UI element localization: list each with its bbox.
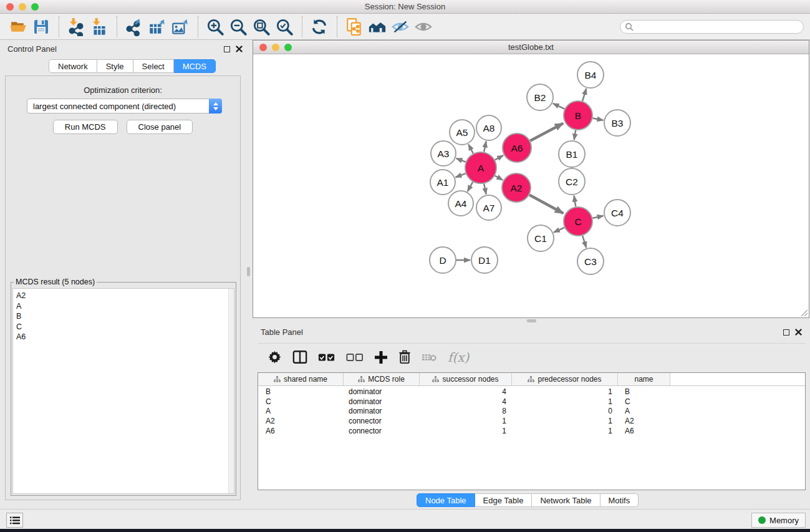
close-panel-icon[interactable] xyxy=(795,329,802,336)
tab-node-table[interactable]: Node Table xyxy=(417,493,475,507)
graph-edge-A6-B[interactable] xyxy=(530,123,563,141)
show-all-icon[interactable] xyxy=(414,17,433,36)
delete-table-icon[interactable] xyxy=(422,352,437,362)
tab-motifs[interactable]: Motifs xyxy=(600,493,639,507)
table-row[interactable]: Bdominator41B xyxy=(258,387,805,397)
table-row[interactable]: Adominator80A xyxy=(258,407,805,417)
search-icon xyxy=(625,22,634,31)
hide-selected-icon[interactable] xyxy=(391,17,410,36)
graph-edge-A-A4[interactable] xyxy=(468,182,473,191)
application-window: Session: New Session xyxy=(0,0,810,532)
tab-network[interactable]: Network xyxy=(49,59,97,73)
refresh-layout-icon[interactable] xyxy=(310,17,329,36)
export-network-icon[interactable] xyxy=(125,17,143,36)
optimization-criterion-label: Optimization criterion: xyxy=(6,85,240,95)
graph-edge-A-A8[interactable] xyxy=(484,142,486,152)
column-header-mcds-role[interactable]: MCDS role xyxy=(344,373,420,385)
task-history-button[interactable] xyxy=(6,513,23,528)
tab-select[interactable]: Select xyxy=(133,59,174,73)
table-body: Bdominator41B Cdominator41C Adominator80… xyxy=(258,386,805,436)
graph-edge-C-C3[interactable] xyxy=(582,236,586,248)
window-resize-grip[interactable] xyxy=(800,309,808,317)
tab-edge-table[interactable]: Edge Table xyxy=(475,493,533,507)
graph-edge-A-A5[interactable] xyxy=(468,144,473,153)
zoom-in-icon[interactable] xyxy=(206,17,224,36)
graph-edge-A2-C[interactable] xyxy=(529,195,563,213)
zoom-fit-icon[interactable] xyxy=(252,17,271,36)
table-row[interactable]: A2connector11A2 xyxy=(258,416,805,426)
export-image-icon[interactable] xyxy=(171,17,190,36)
app-title-bar: Session: New Session xyxy=(0,0,810,14)
tab-style[interactable]: Style xyxy=(97,59,133,73)
zoom-out-icon[interactable] xyxy=(229,17,248,36)
graph-node-label-A8: A8 xyxy=(483,123,495,133)
graph-node-label-D1: D1 xyxy=(478,255,491,266)
open-session-icon[interactable] xyxy=(9,17,27,36)
graph-edge-C-C1[interactable] xyxy=(554,228,564,233)
list-item[interactable]: A2 xyxy=(16,291,234,301)
graph-edge-B-B3[interactable] xyxy=(593,118,604,120)
attribute-icon xyxy=(274,376,281,382)
table-row[interactable]: A6connector11A6 xyxy=(258,426,805,436)
attribute-icon xyxy=(528,376,534,382)
tab-mcds[interactable]: MCDS xyxy=(174,59,216,73)
zoom-selected-icon[interactable] xyxy=(275,17,294,36)
function-builder-icon[interactable]: f(x) xyxy=(448,350,469,365)
column-header-name[interactable]: name xyxy=(618,373,670,385)
list-item[interactable]: C xyxy=(16,322,234,332)
run-mcds-button[interactable]: Run MCDS xyxy=(53,120,118,134)
graph-edge-B-B1[interactable] xyxy=(574,130,576,140)
close-panel-icon[interactable] xyxy=(236,46,243,52)
network-window-title-bar[interactable]: testGlobe.txt xyxy=(253,41,809,54)
float-panel-icon[interactable] xyxy=(224,46,230,52)
delete-column-icon[interactable] xyxy=(398,350,411,364)
memory-button[interactable]: Memory xyxy=(751,513,806,528)
new-network-from-selection-icon[interactable] xyxy=(345,17,364,36)
network-canvas[interactable]: B4B2BB3A5A8A6B1A3AA1C2A2A4A7CC4C1C3DD1 xyxy=(253,54,809,320)
graph-edge-A-A2[interactable] xyxy=(495,176,503,180)
graph-edge-C-C2[interactable] xyxy=(574,196,576,207)
graph-node-label-B3: B3 xyxy=(612,118,624,128)
table-row[interactable]: Cdominator41C xyxy=(258,397,805,407)
float-panel-icon[interactable] xyxy=(783,329,789,336)
graph-edge-B-B2[interactable] xyxy=(553,104,565,109)
deselect-all-icon[interactable] xyxy=(346,352,364,362)
graph-node-label-A6: A6 xyxy=(511,143,523,153)
graph-node-label-B: B xyxy=(575,110,581,121)
column-header-successor-nodes[interactable]: successor nodes xyxy=(420,373,512,385)
tab-network-table[interactable]: Network Table xyxy=(532,493,600,507)
column-header-predecessor-nodes[interactable]: predecessor nodes xyxy=(512,373,618,385)
list-item[interactable]: A xyxy=(16,301,234,312)
graph-edge-A-A6[interactable] xyxy=(495,155,503,160)
search-input[interactable] xyxy=(620,20,804,34)
graph-edge-A-A1[interactable] xyxy=(456,173,466,177)
show-column-icon[interactable] xyxy=(292,350,307,364)
result-scrollbar[interactable] xyxy=(228,289,234,493)
create-column-icon[interactable] xyxy=(374,351,388,364)
export-table-icon[interactable] xyxy=(148,17,166,36)
gear-icon[interactable] xyxy=(268,350,282,364)
list-item[interactable]: B xyxy=(16,311,234,322)
toolbar-separator xyxy=(337,16,337,37)
toolbar-separator xyxy=(302,16,302,37)
import-table-icon[interactable] xyxy=(90,17,108,36)
search-field-wrap xyxy=(620,20,804,34)
toolbar-separator xyxy=(59,16,59,37)
list-item[interactable]: A6 xyxy=(16,332,234,342)
graph-node-label-A7: A7 xyxy=(483,203,495,213)
close-panel-button[interactable]: Close panel xyxy=(127,120,193,134)
import-network-icon[interactable] xyxy=(67,17,85,36)
column-header-shared-name[interactable]: shared name xyxy=(258,373,344,385)
save-session-icon[interactable] xyxy=(32,17,51,36)
graph-edge-A-A3[interactable] xyxy=(456,158,466,162)
memory-status-icon xyxy=(758,516,766,524)
select-all-icon[interactable] xyxy=(318,352,335,362)
criterion-dropdown[interactable]: largest connected component (directed) xyxy=(27,99,222,114)
vertical-split-handle[interactable] xyxy=(247,267,250,276)
graph-edge-A-A7[interactable] xyxy=(484,183,486,194)
graph-edge-B-B4[interactable] xyxy=(582,89,586,101)
status-bar: Memory xyxy=(0,509,810,529)
mcds-result-list[interactable]: A2 A B C A6 xyxy=(12,288,234,494)
first-neighbors-icon[interactable] xyxy=(368,17,387,36)
graph-edge-C-C4[interactable] xyxy=(592,216,603,218)
